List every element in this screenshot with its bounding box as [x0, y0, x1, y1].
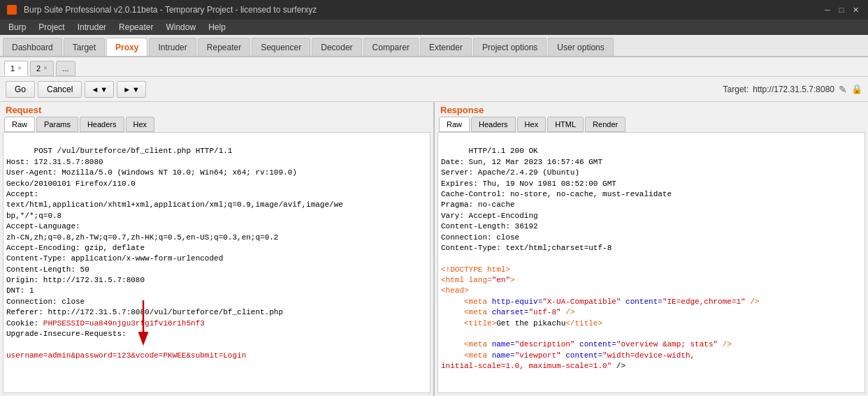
toolbar: Go Cancel ◄ ▼ ► ▼ Target: http://172.31.…	[0, 77, 868, 102]
rep-tab-1[interactable]: 1 ×	[4, 61, 28, 76]
back-dropdown-icon: ▼	[100, 85, 108, 94]
rep-tab-2-close[interactable]: ×	[43, 64, 48, 72]
menu-help[interactable]: Help	[203, 21, 231, 34]
window-controls[interactable]: ─ □ ✕	[822, 4, 861, 15]
tab-intruder[interactable]: Intruder	[149, 38, 196, 56]
response-text-plain: HTTP/1.1 200 OK Date: Sun, 12 Mar 2023 1…	[441, 147, 760, 370]
rep-tab-more[interactable]: ...	[56, 61, 75, 76]
back-button[interactable]: ◄ ▼	[85, 81, 114, 98]
main-content: Request Raw Params Headers Hex POST /vul…	[0, 102, 868, 396]
response-tab-headers[interactable]: Headers	[471, 117, 516, 132]
menu-window[interactable]: Window	[160, 21, 201, 34]
forward-icon: ►	[123, 85, 131, 94]
rep-tab-2-label: 2	[36, 64, 41, 73]
target-info: Target: http://172.31.5.7:8080 ✎ 🔒	[723, 84, 862, 95]
menu-repeater[interactable]: Repeater	[113, 21, 159, 34]
cancel-button[interactable]: Cancel	[38, 81, 82, 98]
main-tabbar: Dashboard Target Proxy Intruder Repeater…	[0, 35, 868, 57]
response-tabs: Raw Headers Hex HTML Render	[435, 117, 868, 132]
repeater-tabbar: 1 × 2 × ...	[0, 57, 868, 77]
close-button[interactable]: ✕	[850, 4, 861, 15]
request-tabs: Raw Params Headers Hex	[0, 117, 433, 132]
forward-dropdown-icon: ▼	[132, 85, 140, 94]
response-tab-render[interactable]: Render	[585, 117, 625, 132]
response-content[interactable]: HTTP/1.1 200 OK Date: Sun, 12 Mar 2023 1…	[437, 132, 865, 393]
target-url: http://172.31.5.7:8080	[753, 85, 834, 94]
response-title: Response	[435, 102, 868, 117]
target-label-text: Target:	[723, 85, 749, 94]
tab-decoder[interactable]: Decoder	[312, 38, 361, 56]
request-text: POST /vul/burteforce/bf_client.php HTTP/…	[6, 147, 343, 359]
rep-tab-1-close[interactable]: ×	[17, 64, 22, 72]
titlebar: Burp Suite Professional v2.0.11beta - Te…	[0, 0, 868, 20]
tab-sequencer[interactable]: Sequencer	[252, 38, 310, 56]
response-panel: Response Raw Headers Hex HTML Render HTT…	[435, 102, 868, 396]
tab-dashboard[interactable]: Dashboard	[3, 38, 62, 56]
forward-button[interactable]: ► ▼	[117, 81, 146, 98]
tab-repeater[interactable]: Repeater	[198, 38, 250, 56]
menu-burp[interactable]: Burp	[3, 21, 31, 34]
rep-tab-2[interactable]: 2 ×	[30, 61, 54, 76]
tab-user-options[interactable]: User options	[548, 38, 613, 56]
request-tab-headers[interactable]: Headers	[80, 117, 124, 132]
request-panel: Request Raw Params Headers Hex POST /vul…	[0, 102, 435, 396]
tab-proxy[interactable]: Proxy	[106, 38, 147, 56]
request-title: Request	[0, 102, 433, 117]
response-tab-html[interactable]: HTML	[547, 117, 584, 132]
menu-project[interactable]: Project	[33, 21, 70, 34]
edit-target-icon[interactable]: ✎	[839, 84, 847, 95]
rep-tab-1-label: 1	[10, 64, 15, 73]
menubar: Burp Project Intruder Repeater Window He…	[0, 20, 868, 35]
app-logo	[7, 5, 17, 15]
response-tab-hex[interactable]: Hex	[517, 117, 547, 132]
tab-project-options[interactable]: Project options	[473, 38, 547, 56]
request-tab-hex[interactable]: Hex	[126, 117, 155, 132]
request-tab-raw[interactable]: Raw	[4, 117, 35, 132]
back-icon: ◄	[91, 85, 99, 94]
minimize-button[interactable]: ─	[822, 4, 833, 15]
rep-tab-more-label: ...	[62, 64, 68, 73]
request-content[interactable]: POST /vul/burteforce/bf_client.php HTTP/…	[3, 132, 431, 393]
lock-icon: 🔒	[851, 84, 862, 94]
response-tab-raw[interactable]: Raw	[439, 117, 470, 132]
request-tab-params[interactable]: Params	[36, 117, 78, 132]
app-title: Burp Suite Professional v2.0.11beta - Te…	[7, 5, 317, 15]
menu-intruder[interactable]: Intruder	[72, 21, 112, 34]
tab-extender[interactable]: Extender	[420, 38, 472, 56]
tab-comparer[interactable]: Comparer	[363, 38, 419, 56]
go-button[interactable]: Go	[6, 81, 35, 98]
maximize-button[interactable]: □	[836, 4, 847, 15]
tab-target[interactable]: Target	[64, 38, 105, 56]
